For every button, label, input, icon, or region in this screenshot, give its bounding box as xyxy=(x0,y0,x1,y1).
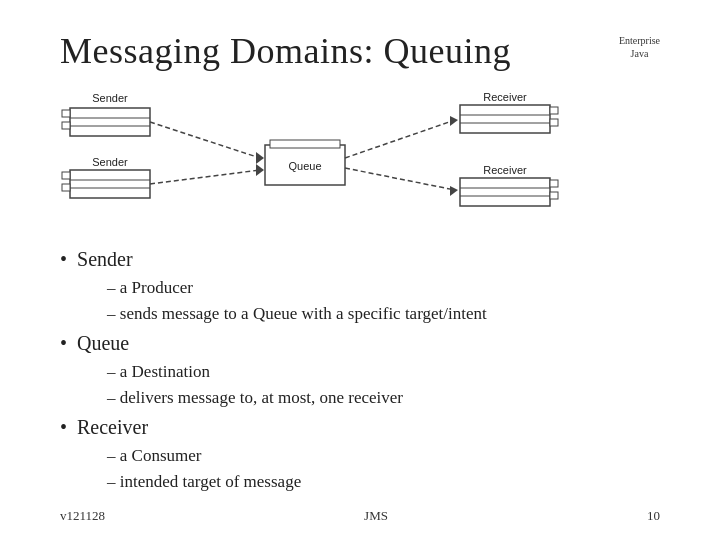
bullet-dot-1: • xyxy=(60,244,67,275)
svg-line-21 xyxy=(345,168,455,190)
bullet-sender-sub1: – a Producer xyxy=(107,275,487,301)
svg-rect-34 xyxy=(550,192,558,199)
svg-rect-13 xyxy=(62,184,70,191)
footer-center: JMS xyxy=(364,508,388,524)
bullet-receiver-label: Receiver xyxy=(77,412,301,443)
svg-line-14 xyxy=(150,170,260,184)
svg-rect-0 xyxy=(70,108,150,136)
svg-rect-33 xyxy=(550,180,558,187)
diagram-area: Sender Sender Queue xyxy=(60,90,660,230)
svg-text:Receiver: Receiver xyxy=(483,91,527,103)
bullet-sender-sub2: – sends message to a Queue with a specif… xyxy=(107,301,487,327)
bullet-sender-label: Sender xyxy=(77,244,487,275)
bullet-receiver-sub1: – a Consumer xyxy=(107,443,301,469)
bullet-sender: • Sender – a Producer – sends message to… xyxy=(60,244,660,326)
svg-rect-23 xyxy=(460,105,550,133)
svg-text:Sender: Sender xyxy=(92,156,128,168)
svg-text:Sender: Sender xyxy=(92,92,128,104)
footer: v121128 JMS 10 xyxy=(60,508,660,524)
svg-rect-28 xyxy=(550,119,558,126)
footer-version: v121128 xyxy=(60,508,105,524)
bullet-queue: • Queue – a Destination – delivers messa… xyxy=(60,328,660,410)
bullet-queue-sub1: – a Destination xyxy=(107,359,403,385)
bullet-dot-3: • xyxy=(60,412,67,443)
svg-rect-8 xyxy=(70,170,150,198)
svg-rect-29 xyxy=(460,178,550,206)
slide: Messaging Domains: Queuing Enterprise Ja… xyxy=(0,0,720,540)
slide-title: Messaging Domains: Queuing xyxy=(60,30,511,72)
bullet-queue-sub2: – delivers message to, at most, one rece… xyxy=(107,385,403,411)
svg-marker-15 xyxy=(256,164,264,176)
queuing-diagram: Sender Sender Queue xyxy=(60,90,660,228)
svg-rect-27 xyxy=(550,107,558,114)
svg-text:Receiver: Receiver xyxy=(483,164,527,176)
svg-rect-17 xyxy=(270,140,340,148)
svg-marker-20 xyxy=(450,116,458,126)
svg-line-6 xyxy=(150,122,260,158)
svg-line-19 xyxy=(345,120,455,158)
bullet-receiver-sub2: – intended target of message xyxy=(107,469,301,495)
enterprise-java-label: Enterprise Java xyxy=(619,34,660,60)
svg-marker-22 xyxy=(450,186,458,196)
bullet-receiver: • Receiver – a Consumer – intended targe… xyxy=(60,412,660,494)
bullet-queue-label: Queue xyxy=(77,328,403,359)
bullet-dot-2: • xyxy=(60,328,67,359)
svg-text:Queue: Queue xyxy=(288,160,321,172)
bullets-section: • Sender – a Producer – sends message to… xyxy=(60,244,660,494)
footer-page: 10 xyxy=(647,508,660,524)
svg-rect-4 xyxy=(62,110,70,117)
header: Messaging Domains: Queuing Enterprise Ja… xyxy=(60,30,660,72)
svg-marker-7 xyxy=(256,152,264,164)
svg-rect-5 xyxy=(62,122,70,129)
svg-rect-12 xyxy=(62,172,70,179)
